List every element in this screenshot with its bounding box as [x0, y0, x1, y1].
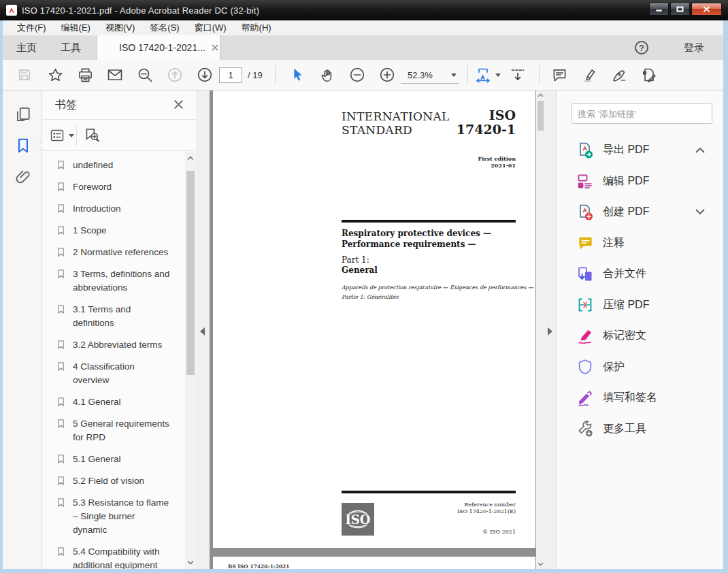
bookmarks-scrollbar[interactable]	[185, 152, 196, 569]
menu-sign[interactable]: 签名(S)	[142, 20, 186, 35]
tool-combine-files[interactable]: 合并文件	[557, 259, 724, 290]
tool-more-tools[interactable]: 更多工具	[557, 414, 724, 445]
page-thumbnails-icon[interactable]	[14, 105, 32, 123]
scroll-up-icon[interactable]	[536, 93, 545, 97]
minimize-button[interactable]	[649, 3, 669, 16]
bookmark-item[interactable]: Introduction	[56, 202, 185, 216]
tool-label: 创建 PDF	[603, 205, 649, 219]
tool-edit-pdf[interactable]: 编辑 PDF	[557, 166, 724, 197]
bookmark-icon	[56, 180, 67, 194]
menu-view[interactable]: 视图(V)	[98, 20, 142, 35]
fit-options-chevron-icon[interactable]	[495, 73, 501, 77]
combine-files-icon	[576, 265, 594, 283]
selection-tool-icon[interactable]	[289, 67, 305, 83]
redact-icon	[576, 327, 594, 345]
scrollbar-thumb[interactable]	[186, 171, 195, 375]
bookmark-item[interactable]: 5.3 Resistance to flame – Single burner …	[56, 496, 185, 537]
tools-panel: 导出 PDF 编辑 PDF 创建 PDF 注释	[556, 91, 723, 569]
bookmark-item[interactable]: undefined	[56, 159, 185, 172]
tab-close-icon[interactable]	[212, 44, 218, 51]
tool-comment[interactable]: 注释	[557, 228, 724, 259]
tab-tools[interactable]: 工具	[61, 35, 81, 60]
bookmark-icon	[56, 224, 67, 238]
bookmarks-panel-icon[interactable]	[14, 137, 32, 154]
bookmark-item[interactable]: 4 Classification overview	[56, 360, 185, 387]
star-icon[interactable]	[47, 67, 63, 83]
tool-create-pdf[interactable]: 创建 PDF	[557, 197, 724, 228]
scroll-mode-icon[interactable]	[510, 67, 526, 83]
bookmark-icon	[56, 474, 67, 488]
bookmark-item[interactable]: 5.2 Field of vision	[56, 474, 185, 488]
bookmarks-close-icon[interactable]	[173, 99, 184, 110]
hand-tool-icon[interactable]	[319, 67, 335, 83]
bookmark-icon	[56, 417, 67, 444]
tools-search-input[interactable]	[571, 103, 712, 124]
bookmark-icon	[56, 303, 67, 330]
close-button[interactable]	[691, 3, 722, 16]
document-area[interactable]: INTERNATIONAL STANDARD ISO 17420-1 First…	[210, 91, 536, 569]
bookmark-item[interactable]: 3.2 Abbreviated terms	[56, 338, 185, 352]
menu-edit[interactable]: 编辑(E)	[54, 20, 98, 35]
bookmark-icon	[56, 395, 67, 409]
comment-icon[interactable]	[551, 67, 567, 83]
scroll-up-icon[interactable]	[185, 156, 196, 161]
bookmark-item[interactable]: 1 Scope	[56, 224, 185, 238]
collapse-right-arrow-icon[interactable]	[548, 327, 552, 335]
bookmark-item[interactable]: 3.1 Terms and definitions	[56, 303, 185, 330]
bookmark-item[interactable]: Foreword	[56, 180, 185, 194]
tool-protect[interactable]: 保护	[557, 352, 724, 383]
reference-number: Reference number ISO 17420-1:2021(E)	[342, 502, 516, 515]
page-number-input[interactable]	[219, 67, 242, 83]
menu-help[interactable]: 帮助(H)	[234, 20, 279, 35]
bookmark-options-icon[interactable]	[49, 127, 74, 144]
scrollbar-thumb[interactable]	[537, 101, 544, 131]
window-border-left	[0, 20, 3, 569]
bookmark-item[interactable]: 5.1 General	[56, 453, 185, 466]
sign-in-button[interactable]: 登录	[684, 35, 704, 60]
document-scrollbar[interactable]	[536, 91, 545, 569]
zoom-in-icon[interactable]	[379, 67, 395, 83]
collapse-right-panel-strip	[545, 91, 556, 569]
collapse-left-arrow-icon[interactable]	[200, 327, 205, 335]
tool-compress-pdf[interactable]: 压缩 PDF	[557, 290, 724, 321]
bookmarks-panel: 书签 undefined Foreword Introduction 1 Sco…	[42, 91, 196, 569]
chevron-down-icon[interactable]	[695, 209, 705, 215]
scroll-down-icon[interactable]	[185, 560, 196, 565]
tool-fill-sign[interactable]: 填写和签名	[557, 382, 724, 414]
expand-current-bookmark-icon[interactable]	[83, 127, 101, 144]
highlight-icon[interactable]	[581, 67, 597, 83]
next-page-icon[interactable]	[197, 67, 213, 83]
bookmark-icon	[56, 453, 67, 466]
titlebar: ISO 17420-1-2021.pdf - Adobe Acrobat Rea…	[0, 0, 728, 20]
collapse-left-panel-strip	[196, 91, 210, 569]
tab-document[interactable]: ISO 17420-1-2021...	[97, 35, 220, 60]
scroll-down-icon[interactable]	[536, 562, 545, 566]
tab-home[interactable]: 主页	[16, 35, 37, 60]
zoom-out-icon[interactable]	[349, 67, 365, 83]
menu-file[interactable]: 文件(F)	[10, 20, 54, 35]
sign-pen-icon[interactable]	[611, 67, 627, 83]
document-part: Part 1: General	[342, 255, 378, 275]
attachments-icon[interactable]	[14, 168, 32, 186]
bookmark-item[interactable]: 5 General requirements for RPD	[56, 417, 185, 444]
acrobat-window: ISO 17420-1-2021.pdf - Adobe Acrobat Rea…	[0, 0, 728, 573]
tool-redact[interactable]: 标记密文	[557, 321, 724, 352]
print-icon[interactable]	[77, 67, 93, 83]
email-icon[interactable]	[107, 67, 123, 83]
chevron-up-icon[interactable]	[695, 147, 705, 153]
bookmark-item[interactable]: 5.4 Compatibility with additional equipm…	[56, 545, 185, 569]
bookmark-item[interactable]: 4.1 General	[56, 395, 185, 409]
help-icon[interactable]: ?	[635, 41, 648, 54]
find-icon[interactable]	[137, 67, 153, 83]
standard-number: ISO 17420-1	[342, 108, 516, 137]
bookmark-item[interactable]: 3 Terms, definitions and abbreviations	[56, 267, 185, 295]
fill-sign-icon[interactable]	[641, 67, 657, 83]
menu-window[interactable]: 窗口(W)	[187, 20, 234, 35]
save-icon	[16, 67, 33, 83]
zoom-level-dropdown[interactable]: 52.3%	[401, 67, 459, 84]
document-tab-label: ISO 17420-1-2021...	[119, 42, 205, 53]
tool-export-pdf[interactable]: 导出 PDF	[557, 135, 724, 166]
fit-width-icon[interactable]	[475, 67, 491, 83]
maximize-button[interactable]	[670, 3, 690, 16]
bookmark-item[interactable]: 2 Normative references	[56, 246, 185, 259]
